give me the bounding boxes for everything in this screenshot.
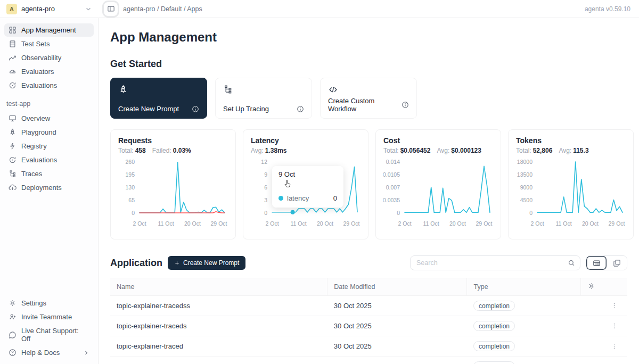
table-row[interactable]: topic-explainer-traceds 30 Oct 2025 comp… — [110, 316, 627, 336]
app-name: topic-explainer-tracedss — [110, 296, 327, 316]
sidebar-item-test-sets[interactable]: Test Sets — [4, 37, 94, 51]
chart-title: Requests — [118, 136, 228, 145]
sidebar-item-app-management[interactable]: App Management — [4, 23, 94, 37]
get-started-title: Get Started — [110, 59, 627, 70]
sidebar-item-label: Test Sets — [21, 40, 50, 48]
table-view-button[interactable] — [586, 256, 607, 270]
sidebar-item-traces[interactable]: Traces — [4, 167, 94, 180]
svg-text:29 Oct: 29 Oct — [476, 220, 493, 227]
svg-text:29 Oct: 29 Oct — [343, 220, 360, 227]
create-custom-workflow-card[interactable]: Create Custom Workflow — [320, 78, 417, 119]
sidebar-item-playground[interactable]: Playground — [4, 126, 94, 139]
sidebar-item-registry[interactable]: Registry — [4, 139, 94, 153]
svg-text:9000: 9000 — [520, 184, 533, 191]
set-up-tracing-card[interactable]: Set Up Tracing — [215, 78, 312, 119]
tree-branch-icon — [223, 85, 304, 94]
sidebar-item-settings[interactable]: Settings — [4, 296, 94, 310]
page-title: App Management — [110, 30, 627, 45]
rocket-icon — [9, 128, 17, 136]
sidebar-item-invite-teammate[interactable]: Invite Teammate — [4, 310, 94, 324]
search-icon[interactable] — [568, 259, 575, 267]
card-label: Create Custom Workflow — [328, 97, 402, 113]
table-view-icon — [593, 259, 601, 267]
sidebar-section-app-name: test-app — [4, 93, 94, 112]
svg-text:29 Oct: 29 Oct — [609, 220, 625, 227]
search-input[interactable] — [416, 259, 568, 267]
svg-text:11 Oct: 11 Oct — [423, 220, 439, 227]
sidebar-item-label: Evaluations — [21, 81, 57, 89]
user-add-icon — [9, 313, 17, 321]
app-name: career-assessment — [110, 357, 327, 364]
gear-icon[interactable] — [587, 282, 595, 290]
column-header-type[interactable]: Type — [467, 278, 581, 296]
svg-text:260: 260 — [125, 159, 135, 165]
type-badge: completion — [473, 361, 515, 364]
table-row[interactable]: career-assessment 27 Oct 2025 completion — [110, 357, 627, 364]
workspace-switcher[interactable]: A agenta-pro — [0, 0, 99, 18]
svg-text:0.014: 0.014 — [386, 159, 400, 165]
row-menu-button[interactable] — [608, 301, 621, 310]
svg-text:195: 195 — [125, 171, 135, 178]
info-icon[interactable] — [402, 101, 409, 109]
card-label: Create New Prompt — [118, 105, 179, 113]
sidebar-item-evaluators[interactable]: Evaluators — [4, 65, 94, 78]
info-icon[interactable] — [297, 105, 304, 113]
create-new-prompt-button[interactable]: Create New Prompt — [168, 256, 245, 270]
sidebar-item-live-chat-support[interactable]: Live Chat Support: Off — [4, 324, 94, 345]
svg-text:2 Oct: 2 Oct — [265, 220, 278, 227]
cost-chart-card: Cost Total:$0.056452 Avg:$0.000123 0.014… — [375, 129, 501, 239]
app-date: 30 Oct 2025 — [327, 336, 467, 357]
sidebar-item-label: Playground — [21, 128, 56, 136]
sidebar-item-label: App Management — [21, 26, 76, 34]
cost-line-chart[interactable]: 0.0140.01050.0070.003502 Oct11 Oct20 Oct… — [383, 158, 493, 232]
grid-icon — [9, 26, 17, 34]
type-badge: completion — [473, 341, 515, 351]
sidebar-item-label: Settings — [21, 299, 46, 307]
table-header-row: Name Date Modified Type — [110, 278, 627, 296]
svg-text:20 Oct: 20 Oct — [317, 220, 333, 227]
sidebar-item-app-evaluations[interactable]: Evaluations — [4, 153, 94, 167]
application-title: Application — [110, 258, 162, 269]
requests-line-chart[interactable]: 2601951306502 Oct11 Oct20 Oct29 Oct — [118, 158, 228, 232]
column-header-name[interactable]: Name — [110, 278, 327, 296]
svg-text:0.0035: 0.0035 — [383, 197, 400, 203]
svg-text:6: 6 — [264, 184, 267, 191]
svg-text:2 Oct: 2 Oct — [133, 220, 146, 227]
row-menu-button[interactable] — [608, 321, 621, 330]
tokens-chart-card: Tokens Total:52,806 Avg:115.3 1800013500… — [508, 129, 634, 239]
app-date: 30 Oct 2025 — [327, 316, 467, 336]
svg-text:12: 12 — [261, 159, 267, 165]
card-view-button[interactable] — [607, 256, 627, 270]
gauge-icon — [9, 68, 17, 76]
sidebar-item-deployments[interactable]: Deployments — [4, 181, 94, 194]
type-badge: completion — [473, 301, 515, 311]
breadcrumb[interactable]: agenta-pro / Default / Apps — [123, 5, 202, 13]
chart-tooltip: 9 Oct latency 0 — [272, 166, 343, 208]
column-header-settings — [581, 278, 627, 296]
main-content: App Management Get Started Create New Pr… — [99, 18, 639, 364]
tokens-line-chart[interactable]: 18000135009000450002 Oct11 Oct20 Oct29 O… — [516, 158, 626, 232]
sidebar-item-observability[interactable]: Observability — [4, 51, 94, 64]
svg-text:0: 0 — [132, 210, 135, 216]
svg-text:0.0105: 0.0105 — [383, 171, 400, 178]
table-row[interactable]: topic-explainer-tracedss 30 Oct 2025 com… — [110, 296, 627, 316]
create-new-prompt-card[interactable]: Create New Prompt — [110, 78, 207, 119]
row-menu-button[interactable] — [608, 362, 621, 364]
table-row[interactable]: topic-explainer-traced 30 Oct 2025 compl… — [110, 336, 627, 357]
sidebar: App Management Test Sets Observability E… — [0, 18, 99, 364]
column-header-date-modified[interactable]: Date Modified — [327, 278, 467, 296]
sidebar-item-label: Deployments — [21, 184, 62, 192]
sidebar-toggle-button[interactable] — [104, 2, 118, 16]
sidebar-item-help-docs[interactable]: Help & Docs — [4, 346, 94, 359]
row-menu-button[interactable] — [608, 342, 621, 351]
workspace-avatar: A — [6, 4, 17, 14]
search-box — [410, 255, 580, 270]
svg-text:0.007: 0.007 — [386, 184, 400, 191]
help-circle-icon — [9, 349, 17, 357]
sidebar-item-evaluations[interactable]: Evaluations — [4, 79, 94, 92]
sidebar-item-overview[interactable]: Overview — [4, 112, 94, 125]
svg-text:13500: 13500 — [517, 171, 532, 178]
svg-text:9: 9 — [264, 171, 267, 178]
chart-stats: Total:$0.056452 Avg:$0.000123 — [383, 147, 493, 154]
info-icon[interactable] — [192, 105, 199, 113]
